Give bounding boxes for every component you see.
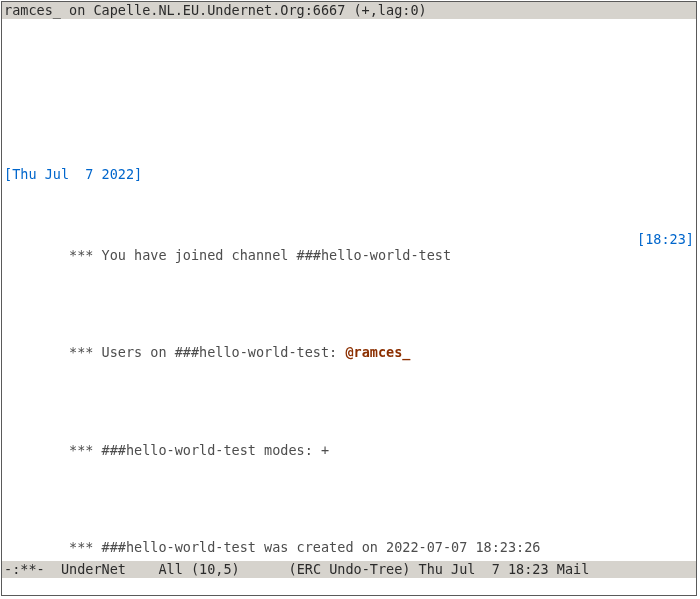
timestamp: [18:23] (637, 231, 694, 280)
op-nick: @ramces_ (345, 344, 410, 360)
modeline-buffer-name: UnderNet (61, 561, 126, 577)
modeline-mail: Mail (557, 561, 590, 577)
server-prefix: *** (69, 247, 102, 263)
erc-buffer[interactable]: [Thu Jul 7 2022] *** You have joined cha… (2, 19, 696, 561)
server-text: You have joined channel ###hello-world-t… (102, 247, 452, 263)
blank-line (4, 102, 694, 118)
msg-modes: *** ###hello-world-test modes: + (4, 425, 694, 474)
server-text: ###hello-world-test was created on 2022-… (102, 539, 541, 555)
emacs-frame: ramces_ on Capelle.NL.EU.Undernet.Org:66… (1, 1, 697, 596)
modeline-modified: -:**- (4, 561, 45, 577)
msg-users: *** Users on ###hello-world-test: @ramce… (4, 328, 694, 377)
server-text: ###hello-world-test modes: + (102, 442, 330, 458)
minibuffer[interactable] (2, 578, 696, 595)
modeline-modes: (ERC Undo-Tree) (289, 561, 411, 577)
server-prefix: *** (69, 344, 102, 360)
header-line: ramces_ on Capelle.NL.EU.Undernet.Org:66… (2, 2, 696, 19)
mode-line[interactable]: -:**- UnderNet All (10,5) (ERC Undo-Tree… (2, 561, 696, 578)
server-prefix: *** (69, 539, 102, 555)
server-prefix: *** (69, 442, 102, 458)
date-stamp: [Thu Jul 7 2022] (4, 166, 694, 182)
blank-line (4, 53, 694, 69)
msg-created: *** ###hello-world-test was created on 2… (4, 522, 694, 561)
modeline-position: All (10,5) (158, 561, 239, 577)
msg-joined: *** You have joined channel ###hello-wor… (4, 231, 694, 280)
server-text: Users on ###hello-world-test: (102, 344, 346, 360)
modeline-clock: Thu Jul 7 18:23 (419, 561, 549, 577)
